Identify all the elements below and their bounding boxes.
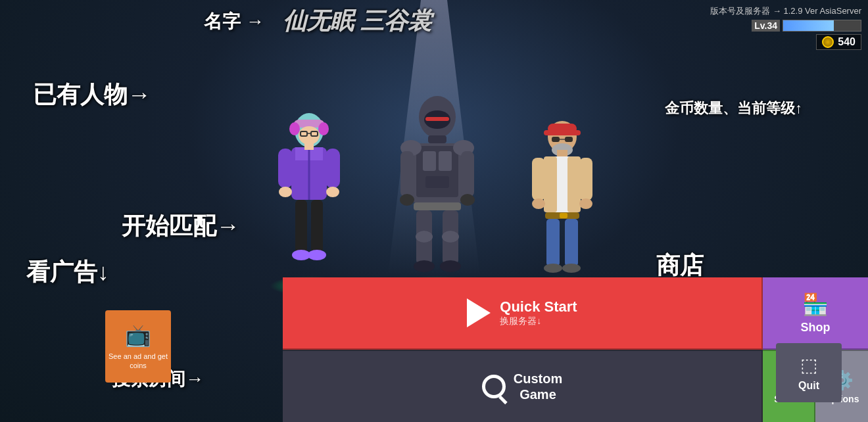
svg-point-17 xyxy=(292,250,310,260)
svg-rect-58 xyxy=(560,213,567,218)
search-icon-wrapper xyxy=(482,375,506,398)
top-right-ui: 版本号及服务器 → 1.2.9 Ver AsiaServer Lv.34 540 xyxy=(710,5,861,50)
svg-rect-16 xyxy=(311,200,323,252)
server-change-label: 换服务器↓ xyxy=(500,316,541,327)
quit-label: Quit xyxy=(798,380,819,392)
svg-rect-49 xyxy=(557,150,567,156)
shop-label: Shop xyxy=(801,321,831,335)
quick-start-button[interactable]: Quick Start 换服务器↓ xyxy=(283,277,763,350)
char1-figure xyxy=(266,105,352,289)
quick-start-label: Quick Start xyxy=(500,298,577,316)
svg-rect-46 xyxy=(565,137,573,142)
menu-row-1: Quick Start 换服务器↓ 🏪 Shop xyxy=(283,277,868,350)
custom-game-label: CustomGame xyxy=(514,371,562,402)
svg-point-34 xyxy=(460,194,475,206)
svg-rect-19 xyxy=(304,143,314,150)
level-bar-row: Lv.34 xyxy=(752,20,861,32)
character-2 xyxy=(391,92,483,289)
svg-rect-27 xyxy=(439,151,452,171)
coin-icon xyxy=(822,36,834,48)
svg-rect-51 xyxy=(544,156,557,212)
svg-rect-45 xyxy=(552,137,560,142)
ad-label: See an ad and get coins xyxy=(105,352,171,371)
svg-rect-23 xyxy=(428,135,446,143)
tv-icon: 📺 xyxy=(125,323,151,348)
svg-point-62 xyxy=(562,264,581,273)
svg-point-41 xyxy=(440,260,461,272)
svg-rect-26 xyxy=(423,151,436,171)
char3-figure xyxy=(523,112,602,289)
svg-point-40 xyxy=(414,260,435,272)
svg-point-33 xyxy=(400,194,414,206)
quick-start-text: Quick Start 换服务器↓ xyxy=(500,298,577,327)
coins-row: 540 xyxy=(816,34,861,50)
svg-point-2 xyxy=(289,122,300,135)
svg-rect-22 xyxy=(425,117,449,121)
custom-game-button[interactable]: CustomGame xyxy=(283,350,763,422)
coin-amount: 540 xyxy=(838,36,856,48)
characters-area xyxy=(210,53,658,289)
svg-rect-28 xyxy=(425,176,449,188)
svg-rect-54 xyxy=(579,158,592,200)
shop-icon: 🏪 xyxy=(802,292,829,317)
character-3 xyxy=(523,112,602,289)
svg-point-38 xyxy=(416,231,433,243)
svg-rect-15 xyxy=(295,200,307,252)
svg-rect-60 xyxy=(565,219,578,266)
svg-rect-12 xyxy=(326,149,340,188)
level-bar-fill xyxy=(783,20,834,31)
shop-button[interactable]: 🏪 Shop xyxy=(763,277,868,350)
search-circle xyxy=(482,375,506,398)
svg-point-3 xyxy=(318,122,329,135)
svg-rect-32 xyxy=(461,151,474,197)
svg-rect-35 xyxy=(414,202,461,210)
play-icon xyxy=(467,298,491,327)
quit-button[interactable]: ⬚ Quit xyxy=(776,343,842,402)
version-text: 版本号及服务器 → 1.2.9 Ver AsiaServer xyxy=(710,5,861,17)
char2-figure xyxy=(391,92,483,289)
ad-button[interactable]: 📺 See an ad and get coins xyxy=(105,310,171,383)
character-1 xyxy=(266,105,352,289)
svg-point-13 xyxy=(279,187,292,197)
svg-point-55 xyxy=(532,199,545,209)
svg-rect-11 xyxy=(278,149,293,188)
svg-point-56 xyxy=(579,199,592,209)
svg-point-18 xyxy=(308,250,326,260)
svg-point-14 xyxy=(326,187,339,197)
svg-rect-44 xyxy=(544,130,581,135)
svg-rect-59 xyxy=(546,219,560,266)
quit-icon: ⬚ xyxy=(800,354,817,376)
svg-point-39 xyxy=(442,231,459,243)
level-label: Lv.34 xyxy=(752,20,780,32)
svg-point-61 xyxy=(544,264,562,273)
svg-rect-25 xyxy=(416,146,458,197)
svg-rect-31 xyxy=(400,151,414,197)
level-bar-bg xyxy=(783,20,861,32)
search-handle xyxy=(498,396,507,404)
svg-rect-53 xyxy=(532,158,545,200)
svg-rect-52 xyxy=(567,156,581,212)
